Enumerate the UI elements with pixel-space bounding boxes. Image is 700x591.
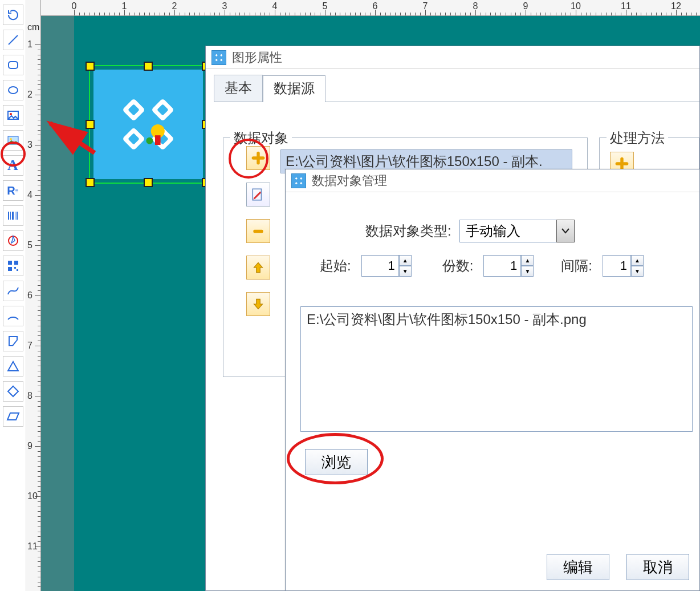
text-tool[interactable]: A — [3, 155, 23, 176]
data-object-manager-dialog: 数据对象管理 数据对象类型: 起始: ▲▼ 份数: ▲▼ 间隔: ▲▼ 浏览 — [285, 169, 700, 591]
start-input[interactable] — [361, 255, 399, 277]
start-spinner[interactable]: ▲▼ — [361, 255, 412, 277]
svg-rect-9 — [12, 212, 14, 220]
spin-up-icon[interactable]: ▲ — [521, 255, 534, 266]
type-combo-value[interactable] — [459, 220, 556, 242]
browse-button[interactable]: 浏览 — [305, 449, 368, 475]
dialog-title-text: 图形属性 — [232, 49, 282, 66]
copies-spinner[interactable]: ▲▼ — [483, 255, 534, 277]
diamond-tool[interactable] — [3, 381, 23, 402]
svg-rect-36 — [300, 177, 302, 179]
edit-item-button[interactable] — [246, 183, 270, 207]
svg-rect-8 — [10, 212, 11, 220]
svg-rect-16 — [14, 267, 16, 269]
process-method-label: 处理方法 — [607, 129, 668, 147]
dropdown-arrow-icon[interactable] — [556, 220, 575, 242]
svg-rect-7 — [8, 212, 9, 220]
spin-down-icon[interactable]: ▼ — [631, 266, 644, 277]
ruler-unit-label: cm — [27, 22, 39, 33]
svg-rect-39 — [300, 182, 302, 184]
interval-label: 间隔: — [561, 257, 592, 275]
svg-rect-38 — [295, 177, 298, 179]
start-label: 起始: — [320, 257, 351, 275]
line-tool[interactable] — [3, 30, 23, 50]
svg-rect-1 — [9, 62, 18, 68]
copies-input[interactable] — [483, 255, 521, 277]
data-object-label: 数据对象 — [230, 129, 292, 147]
path-textbox[interactable] — [300, 306, 693, 432]
tab-basic[interactable]: 基本 — [214, 75, 263, 102]
spin-down-icon[interactable]: ▼ — [521, 266, 534, 277]
move-up-button[interactable] — [246, 256, 270, 280]
svg-point-28 — [146, 137, 153, 144]
svg-point-6 — [10, 138, 12, 140]
spin-down-icon[interactable]: ▼ — [399, 266, 412, 277]
guide-column — [41, 16, 74, 591]
horizontal-ruler: 0123456789101112 — [41, 0, 700, 16]
dialog-titlebar[interactable]: 图形属性 — [206, 46, 699, 69]
arc-tool[interactable] — [3, 306, 23, 326]
svg-rect-14 — [14, 261, 18, 265]
svg-point-4 — [10, 113, 12, 115]
ellipse-tool[interactable] — [3, 80, 23, 100]
app-icon — [291, 173, 306, 188]
svg-rect-11 — [17, 212, 18, 220]
app-icon — [211, 50, 226, 65]
svg-rect-13 — [8, 261, 12, 265]
svg-rect-35 — [253, 230, 263, 233]
type-label: 数据对象类型: — [365, 222, 451, 240]
qr-tool[interactable] — [3, 256, 23, 276]
svg-rect-37 — [295, 182, 298, 184]
remove-button[interactable] — [246, 219, 270, 243]
svg-rect-17 — [17, 269, 18, 271]
selected-image-object[interactable] — [89, 65, 207, 184]
spin-up-icon[interactable]: ▲ — [631, 255, 644, 266]
tool-palette: A R≡ — [0, 0, 26, 591]
move-down-button[interactable] — [246, 292, 270, 316]
dialog-title-text: 数据对象管理 — [312, 172, 387, 189]
copies-label: 份数: — [442, 257, 474, 275]
svg-rect-15 — [8, 267, 12, 271]
svg-rect-32 — [215, 54, 218, 56]
placed-image — [93, 70, 203, 179]
svg-line-0 — [9, 35, 18, 44]
interval-input[interactable] — [603, 255, 631, 277]
rotate-tool[interactable] — [3, 5, 23, 25]
dialog-titlebar[interactable]: 数据对象管理 — [286, 169, 699, 192]
shape-tool[interactable] — [3, 331, 23, 351]
spin-up-icon[interactable]: ▲ — [399, 255, 412, 266]
rich-text-tool[interactable]: R≡ — [3, 180, 23, 201]
polygon-tool[interactable] — [3, 230, 23, 251]
insert-image-tool[interactable] — [3, 105, 23, 126]
edit-button[interactable]: 编辑 — [547, 554, 609, 580]
picture-tool[interactable] — [3, 130, 23, 151]
svg-rect-27 — [155, 135, 161, 145]
curve-tool[interactable] — [3, 281, 23, 301]
svg-rect-31 — [215, 59, 218, 61]
parallelogram-tool[interactable] — [3, 406, 23, 427]
svg-rect-10 — [15, 212, 15, 220]
round-rect-tool[interactable] — [3, 55, 23, 75]
add-button[interactable] — [246, 146, 270, 170]
tab-data-source[interactable]: 数据源 — [263, 75, 325, 102]
barcode-tool[interactable] — [3, 205, 23, 226]
type-combo[interactable] — [459, 220, 575, 242]
tabs: 基本 数据源 — [214, 75, 699, 102]
cancel-button[interactable]: 取消 — [626, 554, 689, 580]
svg-point-2 — [9, 87, 18, 94]
svg-rect-33 — [220, 59, 222, 61]
triangle-tool[interactable] — [3, 356, 23, 377]
vertical-ruler: cm 1234567891011 — [26, 0, 41, 591]
svg-rect-30 — [220, 54, 222, 56]
interval-spinner[interactable]: ▲▼ — [603, 255, 644, 277]
